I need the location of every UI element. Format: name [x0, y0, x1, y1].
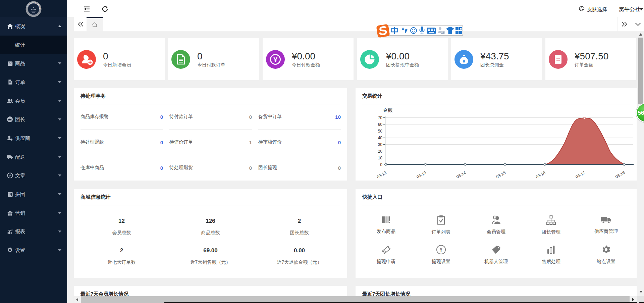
svg-text:03-18: 03-18: [614, 170, 626, 180]
svg-text:03-12: 03-12: [376, 170, 387, 180]
svg-text:¥: ¥: [273, 56, 277, 63]
svg-text:60: 60: [378, 122, 383, 127]
svg-text:03-14: 03-14: [455, 170, 467, 180]
svg-text:金额: 金额: [383, 107, 392, 113]
svg-text:03-15: 03-15: [495, 170, 506, 180]
svg-text:03-17: 03-17: [575, 170, 586, 180]
svg-text:¥: ¥: [463, 59, 465, 64]
svg-text:10: 10: [378, 156, 383, 160]
svg-text:30: 30: [378, 142, 383, 147]
svg-text:03-16: 03-16: [535, 170, 546, 180]
svg-text:0: 0: [380, 162, 382, 167]
svg-text:50: 50: [378, 129, 383, 134]
svg-text:70: 70: [378, 115, 383, 120]
svg-text:¥: ¥: [440, 247, 443, 253]
svg-text:03-13: 03-13: [416, 170, 427, 180]
svg-text:40: 40: [378, 136, 383, 140]
svg-text:56: 56: [638, 110, 644, 116]
svg-text:16: 16: [441, 31, 444, 34]
svg-text:20: 20: [378, 149, 383, 154]
